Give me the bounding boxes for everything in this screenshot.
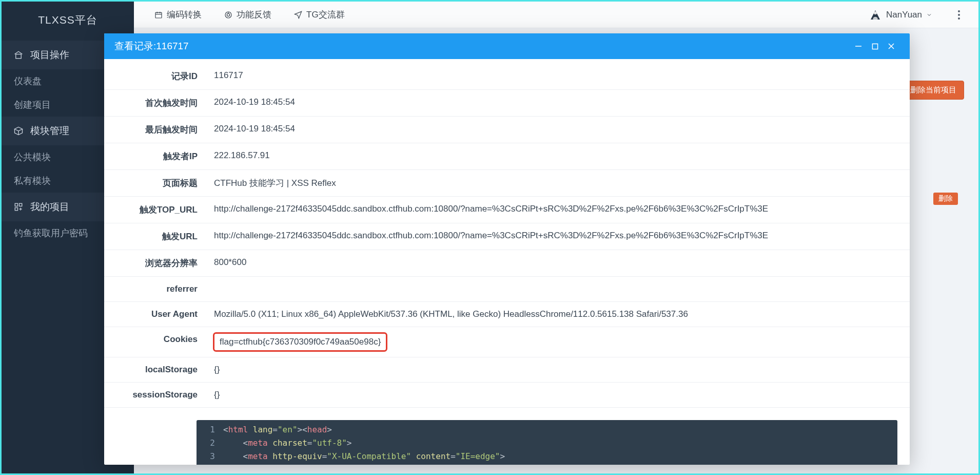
code-content: <meta http-equiv="X-UA-Compatible" conte… [223,450,897,463]
svg-point-13 [227,13,229,16]
apps-icon [14,202,23,212]
detail-value: 116717 [207,63,910,89]
detail-row: 触发者IP222.186.57.91 [104,143,910,170]
svg-marker-15 [295,11,301,18]
detail-label: localStorage [104,357,207,382]
row-delete-badge[interactable]: 删除 [933,193,958,205]
modal-title: 查看记录:116717 [114,40,850,53]
code-line: 4 <meta name="viewport" content="width=d… [197,463,897,465]
detail-value: http://challenge-2172f46335045ddc.sandbo… [207,197,910,223]
detail-value: 800*600 [207,250,910,276]
html-source-viewer[interactable]: 1<html lang="en"><head>2 <meta charset="… [197,420,897,465]
detail-row: 记录ID116717 [104,63,910,90]
svg-rect-4 [19,203,22,206]
detail-value [207,277,910,301]
maximize-button[interactable] [867,38,883,54]
radar-icon [224,11,232,19]
topnav-label: TG交流群 [306,9,345,21]
detail-label: 页面标题 [104,170,207,196]
detail-label: Cookies [104,327,207,357]
detail-value: http://challenge-2172f46335045ddc.sandbo… [207,223,910,250]
modal-body[interactable]: 记录ID116717首次触发时间2024-10-19 18:45:54最后触发时… [104,59,910,465]
home-icon [14,50,23,60]
close-button[interactable] [883,38,899,54]
button-label: 删除当前项目 [910,85,956,95]
code-content: <html lang="en"><head> [223,423,897,436]
detail-label: User Agent [104,302,207,327]
user-name: NanYuan [886,10,922,20]
detail-row: 浏览器分辨率800*600 [104,250,910,277]
svg-rect-8 [155,12,162,18]
detail-row: referrer [104,277,910,302]
detail-row: sessionStorage{} [104,383,910,408]
minimize-button[interactable] [850,38,867,54]
line-number: 2 [197,436,223,450]
topnav-encode[interactable]: 编码转换 [154,9,202,21]
detail-label: referrer [104,277,207,301]
record-detail-modal: 查看记录:116717 记录ID116717首次触发时间2024-10-19 1… [104,33,910,465]
detail-label: sessionStorage [104,383,207,407]
svg-marker-1 [15,127,23,131]
detail-label: 浏览器分辨率 [104,250,207,276]
svg-rect-0 [16,54,22,59]
detail-row: 最后触发时间2024-10-19 18:45:54 [104,117,910,143]
detail-label: 触发TOP_URL [104,197,207,223]
sidebar-label: 项目操作 [30,48,69,62]
detail-row: 页面标题CTFHub 技能学习 | XSS Reflex [104,170,910,197]
detail-row: User AgentMozilla/5.0 (X11; Linux x86_64… [104,302,910,327]
cube-icon [14,126,23,136]
code-line: 2 <meta charset="utf-8"> [197,436,897,450]
send-icon [294,11,302,19]
sidebar-label: 模块管理 [30,124,69,138]
line-number: 3 [197,450,223,463]
topnav-feedback[interactable]: 功能反馈 [224,9,271,21]
svg-rect-19 [872,44,877,49]
svg-rect-5 [15,208,17,211]
detail-label: 触发者IP [104,143,207,169]
detail-label: 触发URL [104,223,207,250]
code-line: 1<html lang="en"><head> [197,423,897,436]
detail-value: 2024-10-19 18:45:54 [207,117,910,143]
user-menu[interactable]: NanYuan [869,8,932,22]
highlighted-value: flag=ctfhub{c736370309f0c749aa50e98c} [213,332,387,352]
modal-header: 查看记录:116717 [104,33,910,59]
detail-value: {} [207,383,910,407]
svg-point-16 [874,11,877,14]
chevron-down-icon [926,12,932,18]
detail-value: CTFHub 技能学习 | XSS Reflex [207,170,910,196]
more-menu[interactable] [955,7,963,23]
topnav-label: 编码转换 [167,9,202,21]
topnav-label: 功能反馈 [237,9,271,21]
topbar: 编码转换 功能反馈 TG交流群 NanYuan [134,2,978,28]
detail-label: 首次触发时间 [104,90,207,116]
detail-value: Mozilla/5.0 (X11; Linux x86_64) AppleWeb… [207,302,910,327]
line-number: 4 [197,463,223,465]
code-line: 3 <meta http-equiv="X-UA-Compatible" con… [197,450,897,463]
line-number: 1 [197,423,223,436]
avatar-icon [869,8,882,22]
detail-row: 触发URLhttp://challenge-2172f46335045ddc.s… [104,223,910,250]
detail-label: 最后触发时间 [104,117,207,143]
detail-value: 222.186.57.91 [207,143,910,169]
detail-value: {} [207,357,910,382]
detail-value: flag=ctfhub{c736370309f0c749aa50e98c} [207,327,910,357]
code-content: <meta charset="utf-8"> [223,436,897,450]
calendar-icon [154,11,163,19]
detail-row: 首次触发时间2024-10-19 18:45:54 [104,90,910,117]
sidebar-label: 我的项目 [30,200,69,214]
topnav-tg[interactable]: TG交流群 [294,9,345,21]
detail-row: Cookiesflag=ctfhub{c736370309f0c749aa50e… [104,327,910,357]
detail-row: localStorage{} [104,357,910,383]
detail-value: 2024-10-19 18:45:54 [207,90,910,116]
detail-label: 记录ID [104,63,207,89]
code-content: <meta name="viewport" content="width=dev… [223,463,897,465]
svg-rect-3 [15,203,17,206]
detail-row: 触发TOP_URLhttp://challenge-2172f46335045d… [104,197,910,223]
